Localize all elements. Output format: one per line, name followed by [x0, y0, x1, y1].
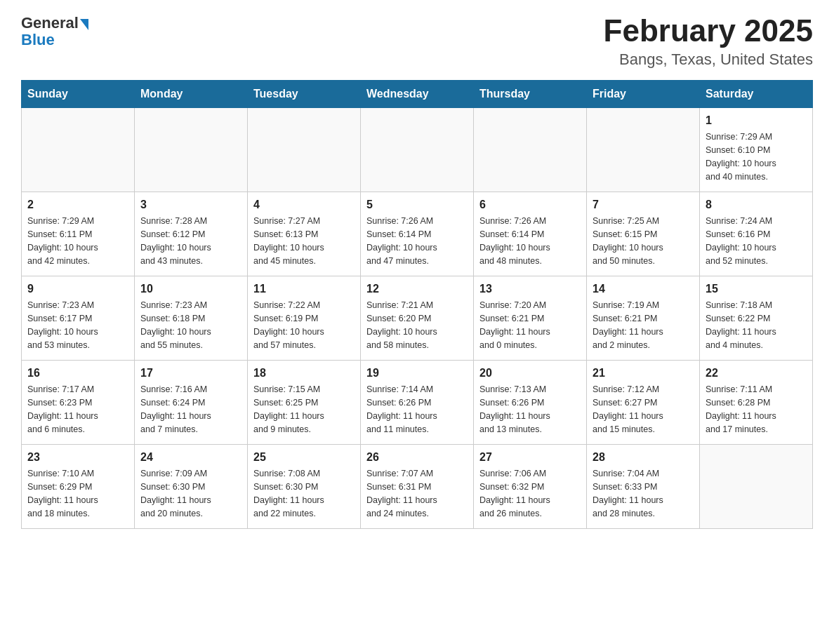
calendar-cell: 22Sunrise: 7:11 AMSunset: 6:28 PMDayligh…: [700, 361, 813, 445]
day-number: 15: [706, 281, 807, 297]
day-header-tuesday: Tuesday: [248, 81, 361, 108]
page-header: General Blue February 2025 Bangs, Texas,…: [21, 14, 813, 69]
calendar-body: 1Sunrise: 7:29 AMSunset: 6:10 PMDaylight…: [22, 108, 813, 529]
day-number: 14: [593, 281, 694, 297]
calendar-cell: [135, 108, 248, 192]
day-info: Sunrise: 7:27 AMSunset: 6:13 PMDaylight:…: [253, 215, 355, 267]
day-info: Sunrise: 7:14 AMSunset: 6:26 PMDaylight:…: [366, 383, 468, 436]
day-info: Sunrise: 7:20 AMSunset: 6:21 PMDaylight:…: [479, 299, 581, 351]
day-number: 28: [593, 449, 694, 466]
day-info: Sunrise: 7:04 AMSunset: 6:33 PMDaylight:…: [593, 467, 694, 520]
day-info: Sunrise: 7:16 AMSunset: 6:24 PMDaylight:…: [140, 383, 241, 436]
day-number: 13: [479, 281, 581, 297]
calendar-cell: 1Sunrise: 7:29 AMSunset: 6:10 PMDaylight…: [700, 108, 813, 192]
day-number: 27: [479, 449, 581, 466]
day-info: Sunrise: 7:23 AMSunset: 6:17 PMDaylight:…: [27, 299, 128, 351]
day-number: 26: [366, 449, 468, 466]
calendar-cell: 13Sunrise: 7:20 AMSunset: 6:21 PMDayligh…: [474, 276, 587, 361]
day-number: 5: [366, 196, 468, 213]
day-header-sunday: Sunday: [22, 81, 135, 108]
logo: General Blue: [21, 14, 88, 49]
calendar-cell: 27Sunrise: 7:06 AMSunset: 6:32 PMDayligh…: [474, 445, 587, 529]
day-number: 4: [253, 196, 355, 213]
calendar-cell: 16Sunrise: 7:17 AMSunset: 6:23 PMDayligh…: [22, 361, 135, 445]
day-info: Sunrise: 7:15 AMSunset: 6:25 PMDaylight:…: [253, 383, 355, 436]
day-number: 9: [27, 281, 128, 297]
day-info: Sunrise: 7:24 AMSunset: 6:16 PMDaylight:…: [706, 215, 807, 267]
calendar-cell: 9Sunrise: 7:23 AMSunset: 6:17 PMDaylight…: [22, 276, 135, 361]
calendar-cell: 15Sunrise: 7:18 AMSunset: 6:22 PMDayligh…: [700, 276, 813, 361]
logo-general-text: General: [21, 14, 79, 32]
day-info: Sunrise: 7:26 AMSunset: 6:14 PMDaylight:…: [479, 215, 581, 267]
calendar-cell: 7Sunrise: 7:25 AMSunset: 6:15 PMDaylight…: [587, 192, 700, 276]
day-info: Sunrise: 7:25 AMSunset: 6:15 PMDaylight:…: [593, 215, 694, 267]
location-title: Bangs, Texas, United States: [604, 51, 813, 69]
calendar-cell: 19Sunrise: 7:14 AMSunset: 6:26 PMDayligh…: [361, 361, 474, 445]
day-number: 3: [140, 196, 241, 213]
day-info: Sunrise: 7:19 AMSunset: 6:21 PMDaylight:…: [593, 299, 694, 351]
day-info: Sunrise: 7:18 AMSunset: 6:22 PMDaylight:…: [706, 299, 807, 351]
day-number: 6: [479, 196, 581, 213]
calendar-cell: 28Sunrise: 7:04 AMSunset: 6:33 PMDayligh…: [587, 445, 700, 529]
week-row-5: 23Sunrise: 7:10 AMSunset: 6:29 PMDayligh…: [22, 445, 813, 529]
day-info: Sunrise: 7:08 AMSunset: 6:30 PMDaylight:…: [253, 467, 355, 520]
calendar-cell: 17Sunrise: 7:16 AMSunset: 6:24 PMDayligh…: [135, 361, 248, 445]
day-number: 11: [253, 281, 355, 297]
calendar-cell: 20Sunrise: 7:13 AMSunset: 6:26 PMDayligh…: [474, 361, 587, 445]
day-number: 23: [27, 449, 128, 466]
calendar-cell: 11Sunrise: 7:22 AMSunset: 6:19 PMDayligh…: [248, 276, 361, 361]
logo-arrow-icon: [80, 19, 88, 30]
day-number: 20: [479, 365, 581, 382]
calendar-table: SundayMondayTuesdayWednesdayThursdayFrid…: [21, 80, 813, 529]
calendar-cell: [248, 108, 361, 192]
day-info: Sunrise: 7:06 AMSunset: 6:32 PMDaylight:…: [479, 467, 581, 520]
day-number: 16: [27, 365, 128, 382]
calendar-cell: 25Sunrise: 7:08 AMSunset: 6:30 PMDayligh…: [248, 445, 361, 529]
day-info: Sunrise: 7:11 AMSunset: 6:28 PMDaylight:…: [706, 383, 807, 436]
day-info: Sunrise: 7:21 AMSunset: 6:20 PMDaylight:…: [366, 299, 468, 351]
week-row-1: 1Sunrise: 7:29 AMSunset: 6:10 PMDaylight…: [22, 108, 813, 192]
calendar-cell: 21Sunrise: 7:12 AMSunset: 6:27 PMDayligh…: [587, 361, 700, 445]
calendar-cell: [361, 108, 474, 192]
day-info: Sunrise: 7:23 AMSunset: 6:18 PMDaylight:…: [140, 299, 241, 351]
week-row-4: 16Sunrise: 7:17 AMSunset: 6:23 PMDayligh…: [22, 361, 813, 445]
day-number: 17: [140, 365, 241, 382]
day-info: Sunrise: 7:22 AMSunset: 6:19 PMDaylight:…: [253, 299, 355, 351]
calendar-cell: 26Sunrise: 7:07 AMSunset: 6:31 PMDayligh…: [361, 445, 474, 529]
calendar-cell: 4Sunrise: 7:27 AMSunset: 6:13 PMDaylight…: [248, 192, 361, 276]
day-header-thursday: Thursday: [474, 81, 587, 108]
calendar-cell: [587, 108, 700, 192]
week-row-3: 9Sunrise: 7:23 AMSunset: 6:17 PMDaylight…: [22, 276, 813, 361]
day-number: 10: [140, 281, 241, 297]
day-info: Sunrise: 7:09 AMSunset: 6:30 PMDaylight:…: [140, 467, 241, 520]
month-title: February 2025: [604, 14, 813, 48]
calendar-cell: 14Sunrise: 7:19 AMSunset: 6:21 PMDayligh…: [587, 276, 700, 361]
calendar-cell: 8Sunrise: 7:24 AMSunset: 6:16 PMDaylight…: [700, 192, 813, 276]
day-number: 22: [706, 365, 807, 382]
calendar-cell: [700, 445, 813, 529]
day-number: 18: [253, 365, 355, 382]
day-info: Sunrise: 7:17 AMSunset: 6:23 PMDaylight:…: [27, 383, 128, 436]
calendar-cell: 3Sunrise: 7:28 AMSunset: 6:12 PMDaylight…: [135, 192, 248, 276]
day-number: 25: [253, 449, 355, 466]
day-info: Sunrise: 7:28 AMSunset: 6:12 PMDaylight:…: [140, 215, 241, 267]
week-row-2: 2Sunrise: 7:29 AMSunset: 6:11 PMDaylight…: [22, 192, 813, 276]
day-header-saturday: Saturday: [700, 81, 813, 108]
day-number: 19: [366, 365, 468, 382]
calendar-cell: 18Sunrise: 7:15 AMSunset: 6:25 PMDayligh…: [248, 361, 361, 445]
calendar-cell: 2Sunrise: 7:29 AMSunset: 6:11 PMDaylight…: [22, 192, 135, 276]
calendar-cell: 12Sunrise: 7:21 AMSunset: 6:20 PMDayligh…: [361, 276, 474, 361]
day-info: Sunrise: 7:29 AMSunset: 6:11 PMDaylight:…: [27, 215, 128, 267]
day-number: 21: [593, 365, 694, 382]
day-number: 8: [706, 196, 807, 213]
calendar-cell: [22, 108, 135, 192]
calendar-header: SundayMondayTuesdayWednesdayThursdayFrid…: [22, 81, 813, 108]
day-header-wednesday: Wednesday: [361, 81, 474, 108]
title-block: February 2025 Bangs, Texas, United State…: [604, 14, 813, 69]
day-number: 12: [366, 281, 468, 297]
day-info: Sunrise: 7:12 AMSunset: 6:27 PMDaylight:…: [593, 383, 694, 436]
calendar-cell: 5Sunrise: 7:26 AMSunset: 6:14 PMDaylight…: [361, 192, 474, 276]
day-info: Sunrise: 7:10 AMSunset: 6:29 PMDaylight:…: [27, 467, 128, 520]
day-number: 24: [140, 449, 241, 466]
day-info: Sunrise: 7:13 AMSunset: 6:26 PMDaylight:…: [479, 383, 581, 436]
